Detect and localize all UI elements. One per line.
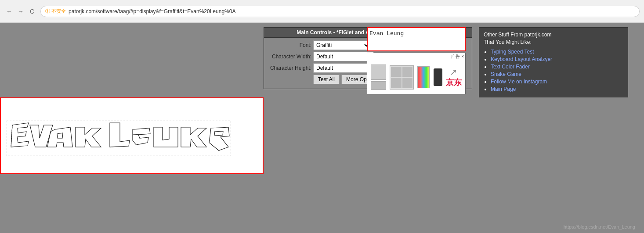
- other-stuff-list: Typing Speed Test Keyboard Layout Analzy…: [484, 49, 623, 92]
- other-stuff-title: Other Stuff From patorjk.com That You Mi…: [484, 31, 623, 46]
- list-item-instagram: Follow Me on Instagram: [491, 79, 623, 85]
- list-item-snake: Snake Game: [491, 71, 623, 77]
- svg-marker-6: [110, 123, 130, 147]
- letter-e: [133, 128, 150, 145]
- letter-g: [209, 127, 229, 151]
- svg-marker-2: [30, 125, 53, 147]
- svg-marker-10: [181, 127, 206, 147]
- svg-marker-12: [214, 131, 223, 136]
- font-label: Font:: [268, 42, 311, 48]
- ascii-art-svg: [4, 103, 259, 169]
- font-select[interactable]: GraffitiStandardBannerBlockBubbleDigital…: [313, 40, 370, 50]
- letter-E: [11, 123, 29, 147]
- test-all-button[interactable]: Test All: [313, 75, 340, 84]
- footer-url: https://blog.csdn.net/Evan_Leung: [564, 224, 635, 229]
- letter-v: [30, 125, 53, 147]
- refresh-button[interactable]: C: [27, 7, 37, 16]
- svg-rect-13: [7, 121, 231, 156]
- ad-img-grid: [390, 65, 414, 90]
- ad-grid-cell-1: [391, 67, 402, 77]
- svg-marker-7: [133, 128, 150, 145]
- text-input[interactable]: Evan Leung: [367, 27, 466, 51]
- ad-content: ↗ 京东: [367, 60, 465, 94]
- ad-grid-cell-3: [391, 78, 402, 88]
- other-stuff-panel: Other Stuff From patorjk.com That You Mi…: [479, 27, 628, 97]
- keyboard-layout-link[interactable]: Keyboard Layout Analzyer: [491, 56, 552, 62]
- svg-line-1: [11, 125, 12, 147]
- snake-game-link[interactable]: Snake Game: [491, 71, 521, 77]
- svg-marker-5: [76, 127, 101, 147]
- browser-chrome: ← → C ① 不安全 patorjk.com/software/taag/#p…: [0, 0, 644, 23]
- list-item-typing: Typing Speed Test: [491, 49, 623, 55]
- char-width-label: Character Width:: [268, 54, 311, 60]
- ad-brand-logo: 京东: [446, 77, 462, 88]
- svg-marker-9: [154, 127, 178, 147]
- ad-img-1: [371, 65, 386, 80]
- ad-grid-cell-4: [402, 78, 413, 88]
- forward-button[interactable]: →: [16, 7, 25, 16]
- char-height-select[interactable]: DefaultFullFittedControlled Smushing: [313, 63, 374, 73]
- char-width-select[interactable]: DefaultFullFittedControlled Smushing: [313, 52, 374, 61]
- ad-brand-area: ↗ 京东: [446, 67, 462, 88]
- ad-images-left: [371, 65, 386, 90]
- nav-buttons: ← → C: [4, 7, 37, 16]
- ad-book: [417, 66, 430, 88]
- list-item-color-fader: Text Color Fader: [491, 64, 623, 70]
- back-button[interactable]: ←: [4, 7, 14, 16]
- ad-label: 广告 ×: [367, 53, 465, 60]
- list-item-keyboard: Keyboard Layout Analzyer: [491, 56, 623, 62]
- ad-img-2: [371, 81, 386, 90]
- security-indicator: ① 不安全: [45, 8, 66, 14]
- ad-phone: [434, 68, 442, 86]
- char-height-label: Character Height:: [268, 65, 311, 71]
- letter-n2: [181, 127, 206, 147]
- color-fader-link[interactable]: Text Color Fader: [491, 64, 530, 70]
- letter-L: [110, 123, 130, 147]
- letter-u: [154, 127, 178, 147]
- svg-marker-4: [57, 133, 63, 138]
- letter-n: [76, 127, 101, 147]
- ascii-art-container: [0, 97, 264, 174]
- ad-grid-cell-2: [402, 67, 413, 77]
- url-text: patorjk.com/software/taag/#p=display&f=G…: [69, 8, 235, 14]
- list-item-main-page: Main Page: [491, 86, 623, 92]
- instagram-link[interactable]: Follow Me on Instagram: [491, 79, 547, 85]
- main-page-link[interactable]: Main Page: [491, 86, 516, 92]
- page-body: Main Controls - *FIGlet and AOL Macro Fo…: [0, 23, 644, 233]
- svg-marker-0: [11, 123, 29, 147]
- ad-arrow-icon: ↗: [450, 67, 457, 77]
- typing-speed-link[interactable]: Typing Speed Test: [491, 49, 534, 55]
- ad-preview-panel: 广告 × ↗ 京东: [367, 53, 466, 94]
- address-bar[interactable]: ① 不安全 patorjk.com/software/taag/#p=displ…: [40, 6, 640, 17]
- svg-marker-11: [209, 127, 229, 151]
